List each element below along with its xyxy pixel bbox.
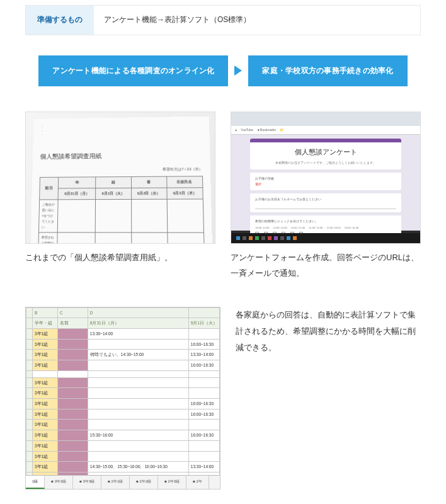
- caption-paper: これまでの「個人懇談希望調査用紙」。: [25, 250, 215, 266]
- flow-arrow-icon: [234, 66, 242, 76]
- form-title: 個人懇談アンケート: [255, 146, 396, 159]
- paper-title: 個人懇談希望調査用紙: [40, 149, 202, 162]
- spreadsheet-caption: 各家庭からの回答は、自動的に表計算ソフトで集計されるため、希望調整にかかる時間を…: [236, 307, 421, 490]
- preparation-value: アンケート機能→表計算ソフト（OS標準）: [94, 6, 420, 35]
- paper-sub: 希望出欠は7 / 23（水）: [40, 166, 203, 174]
- preparation-row: 準備するもの アンケート機能→表計算ソフト（OS標準）: [25, 5, 421, 35]
- sheet-tabs: 1組■ 3年2組■ 3年3組■ 2年1組■ 2年2組■ 2年3組■ 2年: [26, 475, 220, 489]
- flow-step-right: 家庭・学校双方の事務手続きの効率化: [248, 55, 407, 87]
- flow-diagram: アンケート機能による各種調査のオンライン化 家庭・学校双方の事務手続きの効率化: [0, 55, 446, 87]
- online-form-image: ●YouTube★ Bookmarks📁 個人懇談アンケート 本校関係のお任せア…: [231, 112, 421, 244]
- form-desc: 本校関係のお任せアンケートです。ご協力よろしくお願いいたします。: [255, 160, 396, 166]
- spreadsheet-image: B C D 学年・組 名前 8月31日（月） 9月1日（火） 3年1組13:30…: [25, 307, 220, 490]
- flow-step-left: アンケート機能による各種調査のオンライン化: [38, 55, 228, 87]
- paper-table: 期 日 年 組 番 生徒氏名 8月31日（月） 9月1日（火） 9月2日（水） …: [38, 176, 205, 244]
- preparation-label: 準備するもの: [26, 6, 94, 35]
- paper-form-image: ・・・ 個人懇談希望調査用紙 希望出欠は7 / 23（水） 期 日 年 組 番 …: [25, 112, 215, 244]
- caption-form: アンケートフォームを作成。回答ページのURLは、一斉メールで通知。: [231, 250, 421, 281]
